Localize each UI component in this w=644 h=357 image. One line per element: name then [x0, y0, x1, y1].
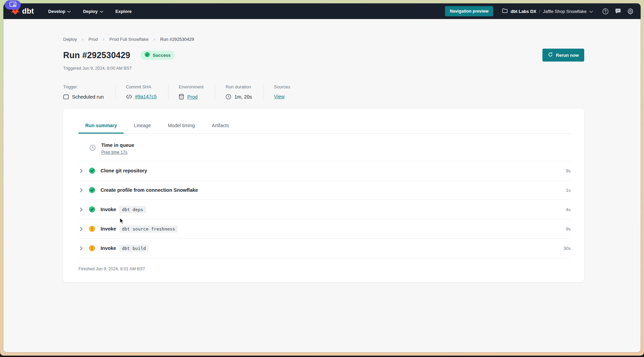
picker-separator: /	[539, 9, 540, 14]
breadcrumb-separator: ›	[154, 37, 155, 42]
meta-value[interactable]: #9a147c5	[135, 94, 157, 99]
meta-commit-sha: Commit SHA#9a147c5	[126, 84, 169, 100]
run-summary-card: Run summaryLineageModel timingArtifacts …	[63, 108, 584, 282]
breadcrumb-separator: ›	[82, 37, 83, 42]
prep-time-link[interactable]: Prep time 17s	[101, 150, 127, 155]
rerun-now-label: Rerun now	[556, 53, 579, 58]
time-in-queue-block: Time in queue Prep time 17s	[78, 134, 571, 161]
tab-run-summary[interactable]: Run summary	[78, 120, 124, 134]
breadcrumb-item[interactable]: Run #292530429	[160, 37, 194, 42]
menu-item-label: Develop	[48, 9, 66, 14]
success-check-icon	[89, 206, 95, 213]
status-badge: Success	[140, 51, 175, 60]
clock-icon	[226, 94, 231, 100]
main-menu: DevelopDeployExplore	[48, 9, 132, 14]
menu-item-label: Deploy	[83, 9, 97, 14]
step-label: Invoke	[101, 207, 116, 212]
step-command: dbt build	[119, 245, 148, 252]
step-command: dbt source freshness	[119, 225, 178, 233]
queue-title: Time in queue	[101, 142, 134, 148]
expand-chevron-icon[interactable]	[80, 226, 85, 231]
database-icon	[179, 94, 184, 100]
success-check-icon	[89, 187, 95, 193]
meta-value: Scheduled run	[72, 94, 104, 100]
chevron-down-icon	[67, 9, 71, 14]
menu-item-explore[interactable]: Explore	[115, 9, 132, 14]
finished-timestamp: Finished Jun 9, 2024, 8:01 AM BST	[78, 258, 571, 273]
step-row[interactable]: Invokedbt source freshness9s	[78, 219, 571, 239]
run-steps-list: Clone git repository9sCreate profile fro…	[78, 161, 571, 258]
navbar-right: Navigation preview dbt Labs DX / Jaffle …	[445, 6, 634, 16]
dbt-logo-text: dbt	[22, 7, 34, 16]
account-name: dbt Labs DX	[511, 9, 536, 14]
step-row[interactable]: Create profile from connection Snowflake…	[78, 181, 571, 200]
expand-chevron-icon[interactable]	[80, 207, 85, 212]
meta-value[interactable]: View	[274, 94, 285, 99]
step-command: dbt deps	[119, 206, 146, 213]
step-label: Clone git repository	[101, 168, 147, 173]
breadcrumb-item[interactable]: Prod	[88, 37, 97, 42]
navigation-preview-button[interactable]: Navigation preview	[445, 6, 493, 16]
project-name: Jaffle Shop Snowflake	[543, 9, 587, 14]
meta-run-duration: Run duration1m, 20s	[226, 84, 264, 100]
menu-item-label: Explore	[115, 9, 132, 14]
meta-label: Trigger	[63, 84, 104, 89]
step-duration: 1s	[566, 188, 571, 193]
title-row: Run #292530429 Success Rerun now	[63, 49, 584, 62]
run-meta-row: TriggerScheduled runCommit SHA#9a147c5En…	[63, 84, 584, 100]
step-row[interactable]: Invokedbt deps4s	[78, 200, 571, 219]
meta-value[interactable]: Prod	[187, 94, 198, 100]
meta-label: Commit SHA	[126, 84, 157, 89]
step-label: Create profile from connection Snowflake	[101, 187, 198, 193]
calendar-icon	[63, 94, 69, 100]
meta-label: Sources	[274, 84, 290, 89]
step-row[interactable]: Invokedbt build30s	[78, 239, 571, 258]
step-label: Invoke	[101, 226, 116, 232]
meta-label: Run duration	[226, 84, 252, 89]
meta-environment: EnvironmentProd	[179, 84, 215, 100]
navbar-icons: ?	[602, 8, 634, 15]
success-check-icon	[89, 168, 95, 174]
step-row[interactable]: Clone git repository9s	[78, 161, 571, 181]
menu-item-deploy[interactable]: Deploy	[83, 9, 103, 14]
page-title: Run #292530429	[63, 50, 130, 60]
warning-icon	[89, 245, 95, 251]
screenshot-frame: dbt DevelopDeployExplore Navigation prev…	[0, 0, 644, 356]
warning-icon	[89, 226, 95, 232]
tab-model-timing[interactable]: Model timing	[161, 120, 201, 134]
rerun-refresh-icon	[548, 52, 553, 58]
help-icon[interactable]: ?	[602, 8, 609, 15]
top-navbar: dbt DevelopDeployExplore Navigation prev…	[3, 3, 641, 19]
queue-clock-icon	[89, 144, 96, 152]
step-duration: 9s	[566, 226, 571, 232]
menu-item-develop[interactable]: Develop	[48, 9, 71, 14]
screen-share-icon	[10, 2, 16, 8]
expand-chevron-icon[interactable]	[80, 246, 85, 251]
gear-icon[interactable]	[627, 8, 634, 15]
chevron-down-icon	[100, 9, 103, 14]
expand-chevron-icon[interactable]	[80, 188, 85, 192]
meta-sources: SourcesView	[274, 84, 302, 100]
step-duration: 9s	[566, 168, 571, 173]
app-window: dbt DevelopDeployExplore Navigation prev…	[3, 3, 641, 352]
tab-lineage[interactable]: Lineage	[127, 120, 158, 134]
svg-text:?: ?	[604, 9, 606, 13]
breadcrumb-item[interactable]: Prod Full Snowflake	[109, 37, 149, 42]
step-duration: 30s	[564, 246, 571, 251]
chevron-down-icon	[589, 9, 593, 14]
breadcrumb-item[interactable]: Deploy	[63, 37, 77, 42]
project-picker[interactable]: dbt Labs DX / Jaffle Shop Snowflake	[502, 8, 593, 14]
run-detail-page: Deploy›Prod›Prod Full Snowflake›Run #292…	[3, 19, 641, 352]
meta-label: Environment	[179, 84, 203, 89]
run-tabs: Run summaryLineageModel timingArtifacts	[78, 120, 571, 134]
step-duration: 4s	[566, 207, 571, 212]
rerun-now-button[interactable]: Rerun now	[542, 49, 584, 62]
tab-artifacts[interactable]: Artifacts	[205, 120, 236, 134]
expand-chevron-icon[interactable]	[80, 168, 85, 173]
breadcrumb-separator: ›	[103, 37, 104, 42]
screen-capture-badge[interactable]	[5, 0, 21, 10]
status-badge-label: Success	[153, 53, 171, 58]
folder-icon	[502, 8, 508, 14]
feedback-icon[interactable]	[614, 8, 621, 15]
breadcrumb: Deploy›Prod›Prod Full Snowflake›Run #292…	[63, 37, 584, 42]
